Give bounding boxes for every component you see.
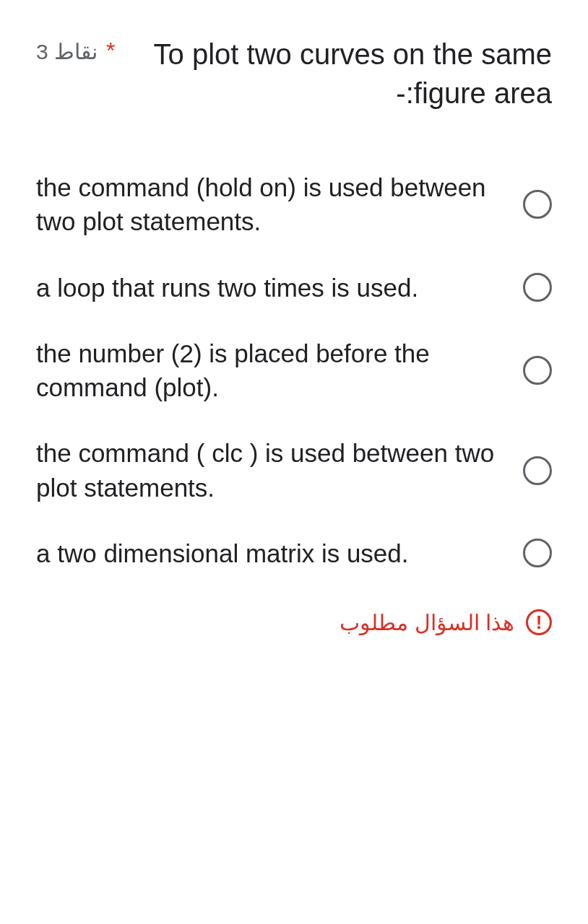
option-label: a two dimensional matrix is used. xyxy=(36,536,501,570)
option-label: the number (2) is placed before the comm… xyxy=(36,336,501,405)
radio-icon[interactable] xyxy=(523,273,552,302)
question-header: 3 نقاط * To plot two curves on the same … xyxy=(36,35,552,113)
option-label: the command ( clc ) is used between two … xyxy=(36,436,501,505)
radio-icon[interactable] xyxy=(523,190,552,219)
error-message: هذا السؤال مطلوب ! xyxy=(36,609,552,635)
option-row[interactable]: the command (hold on) is used between tw… xyxy=(36,170,552,239)
radio-icon[interactable] xyxy=(523,356,552,385)
question-text: To plot two curves on the same figure ar… xyxy=(128,35,552,113)
option-label: a loop that runs two times is used. xyxy=(36,271,501,305)
options-list: the command (hold on) is used between tw… xyxy=(36,170,552,570)
alert-glyph: ! xyxy=(536,613,542,632)
option-row[interactable]: the command ( clc ) is used between two … xyxy=(36,436,552,505)
required-mark: * xyxy=(106,38,115,64)
radio-icon[interactable] xyxy=(523,539,552,567)
option-label: the command (hold on) is used between tw… xyxy=(36,170,501,239)
radio-icon[interactable] xyxy=(523,456,552,485)
option-row[interactable]: a two dimensional matrix is used. xyxy=(36,536,552,570)
points-label: 3 نقاط xyxy=(36,39,98,64)
error-text: هذا السؤال مطلوب xyxy=(340,610,514,635)
option-row[interactable]: a loop that runs two times is used. xyxy=(36,271,552,305)
option-row[interactable]: the number (2) is placed before the comm… xyxy=(36,336,552,405)
alert-icon: ! xyxy=(526,609,552,635)
